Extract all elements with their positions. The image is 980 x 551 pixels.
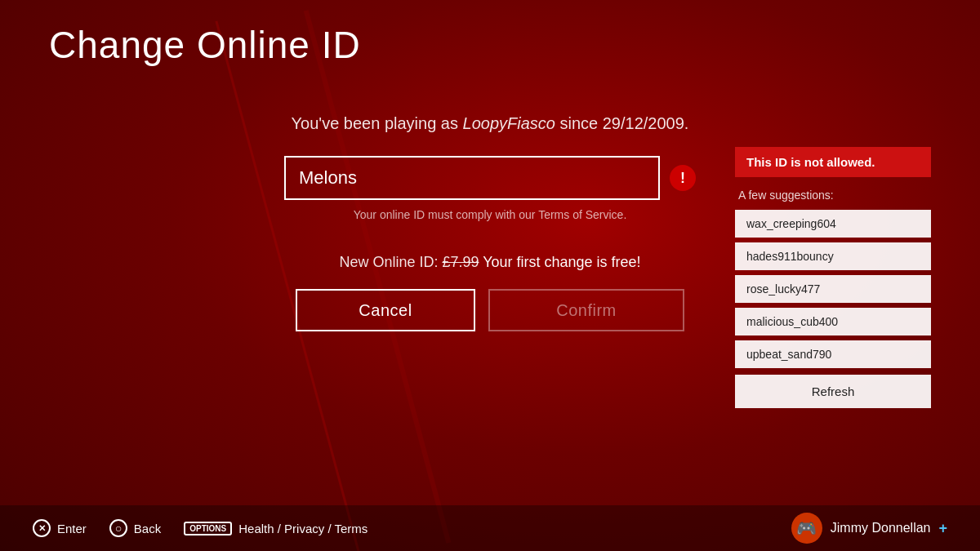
error-icon: !: [670, 165, 696, 191]
page-title: Change Online ID: [49, 23, 361, 67]
back-control: ○ Back: [109, 519, 161, 537]
not-allowed-banner: This ID is not allowed.: [735, 147, 931, 177]
user-name: Jimmy Donnellan: [831, 521, 931, 535]
enter-label: Enter: [57, 522, 87, 535]
playing-as-after: since 29/12/2009.: [555, 114, 688, 132]
suggestion-item-1[interactable]: wax_creeping604: [735, 210, 931, 238]
health-privacy-label: Health / Privacy / Terms: [238, 522, 368, 535]
enter-control: ✕ Enter: [33, 519, 87, 537]
price-label: New Online ID:: [339, 254, 442, 270]
price-row: New Online ID: £7.99 Your first change i…: [339, 254, 640, 271]
bottom-controls: ✕ Enter ○ Back OPTIONS Health / Privacy …: [33, 519, 791, 537]
username-display: LoopyFiasco: [463, 114, 555, 132]
ps-plus-icon: +: [938, 520, 947, 537]
options-control: OPTIONS Health / Privacy / Terms: [184, 522, 368, 535]
cross-button-icon: ✕: [33, 519, 51, 537]
options-button-icon: OPTIONS: [184, 522, 232, 535]
user-info: 🎮 Jimmy Donnellan +: [791, 513, 947, 544]
free-text: Your first change is free!: [479, 254, 640, 270]
buttons-row: Cancel Confirm: [296, 289, 684, 331]
suggestion-item-2[interactable]: hades911bouncy: [735, 242, 931, 270]
back-label: Back: [134, 522, 161, 535]
price-value: £7.99: [442, 254, 479, 270]
playing-as-text: You've been playing as LoopyFiasco since…: [292, 114, 689, 133]
refresh-button[interactable]: Refresh: [735, 375, 931, 408]
suggestion-item-3[interactable]: rose_lucky477: [735, 275, 931, 303]
suggestions-panel: This ID is not allowed. A few suggestion…: [735, 147, 931, 408]
terms-text: Your online ID must comply with our Term…: [354, 208, 627, 221]
input-row: !: [284, 156, 696, 200]
avatar: 🎮: [791, 513, 822, 544]
cancel-button[interactable]: Cancel: [296, 289, 475, 331]
playing-as-before: You've been playing as: [292, 114, 463, 132]
bottom-bar: ✕ Enter ○ Back OPTIONS Health / Privacy …: [0, 505, 980, 551]
suggestions-label: A few suggestions:: [735, 189, 931, 202]
suggestion-item-4[interactable]: malicious_cub400: [735, 308, 931, 335]
online-id-input[interactable]: [284, 156, 660, 200]
suggestion-item-5[interactable]: upbeat_sand790: [735, 340, 931, 368]
circle-button-icon: ○: [109, 519, 127, 537]
confirm-button[interactable]: Confirm: [488, 289, 684, 331]
